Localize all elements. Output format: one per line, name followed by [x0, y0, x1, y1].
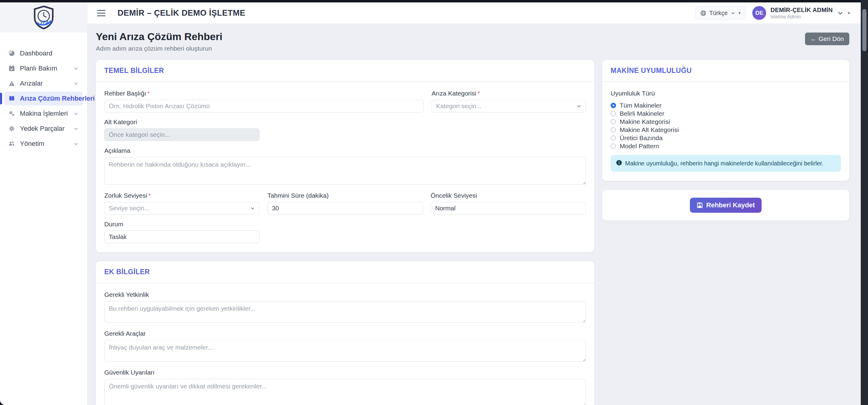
chevron-down-icon — [731, 10, 735, 15]
page-title-block: Yeni Arıza Çözüm Rehberi Adım adım arıza… — [96, 31, 222, 52]
user-avatar: DE — [752, 6, 766, 20]
tools-group: Gerekli Araçlar — [104, 330, 586, 363]
main-column: DEMİR – ÇELİK DEMO İŞLETME Türkçe ▾ DE D… — [87, 2, 861, 405]
machine-compatibility-card: MAKİNE UYUMLULUĞU Uyumluluk Türü Tüm Mak… — [602, 60, 849, 181]
sidebar-menu: Dashboard Planlı Bakım Arızalar — [0, 33, 87, 152]
description-group: Açıklama — [104, 147, 586, 186]
sidebar-item-yonetim[interactable]: Yönetim — [4, 137, 83, 151]
radio-by-manufacturer[interactable]: Üretici Bazında — [611, 134, 841, 142]
radio-model-pattern[interactable]: Model Pattern — [611, 142, 841, 150]
app-logo-shield-clock-icon: 7/24 — [32, 5, 55, 30]
description-textarea[interactable] — [104, 157, 586, 185]
radio-machine-category[interactable]: Makine Kategorisi — [611, 118, 841, 126]
sidebar-item-label: Yönetim — [20, 140, 73, 148]
page-scrollbar[interactable] — [861, 0, 868, 405]
tools-label: Gerekli Araçlar — [104, 330, 586, 337]
difficulty-group: Zorluk Seviyesi* Seviye seçin... — [104, 192, 259, 215]
tools-textarea[interactable] — [104, 340, 586, 362]
sidebar-item-makina-islemleri[interactable]: Makina İşlemleri — [4, 107, 83, 121]
competency-group: Gerekli Yetkinlik — [104, 291, 586, 324]
fault-category-select[interactable]: Kategori seçin... — [432, 100, 586, 113]
sidebar-item-label: Makina İşlemleri — [20, 110, 73, 118]
hamburger-menu-icon[interactable] — [97, 10, 105, 16]
gears-icon — [8, 110, 15, 117]
radio-icon — [611, 103, 616, 108]
duration-group: Tahmini Süre (dakika) — [267, 192, 423, 215]
safety-group: Güvenlik Uyarıları — [104, 369, 586, 405]
page-title: Yeni Arıza Çözüm Rehberi — [96, 31, 222, 42]
priority-label: Öncelik Seviyesi — [431, 192, 586, 199]
language-selector[interactable]: Türkçe ▾ — [695, 6, 746, 20]
sidebar-item-yedek-parcalar[interactable]: Yedek Parçalar — [4, 122, 83, 135]
globe-icon — [701, 10, 706, 16]
chevron-down-icon — [73, 141, 79, 147]
extra-info-card: EK BİLGİLER Gerekli Yetkinlik Gerekli Ar… — [96, 261, 594, 405]
save-floppy-icon — [696, 202, 703, 209]
description-label: Açıklama — [104, 147, 586, 154]
back-button[interactable]: ← Geri Dön — [805, 33, 849, 45]
chevron-down-icon — [577, 104, 581, 108]
machine-compatibility-body: Uyumluluk Türü Tüm Makineler Belirli Mak… — [602, 82, 849, 181]
section-title: EK BİLGİLER — [104, 268, 150, 276]
competency-textarea[interactable] — [104, 301, 586, 323]
sidebar-item-ariza-cozum-rehberleri[interactable]: Arıza Çözüm Rehberleri — [4, 92, 83, 105]
page-content: Yeni Arıza Çözüm Rehberi Adım adım arıza… — [87, 24, 861, 405]
user-name: DEMİR-ÇELİK ADMİN — [770, 7, 833, 13]
chevron-down-icon — [837, 10, 844, 16]
difficulty-label: Zorluk Seviyesi* — [104, 192, 259, 199]
scrollbar-thumb[interactable] — [862, 9, 867, 51]
guide-title-group: Rehber Başlığı* — [104, 90, 424, 113]
users-icon — [8, 141, 15, 147]
radio-icon — [611, 119, 616, 124]
difficulty-select[interactable]: Seviye seçin... — [104, 202, 259, 215]
radio-all-machines[interactable]: Tüm Makineler — [611, 101, 841, 110]
duration-input[interactable] — [267, 202, 423, 215]
competency-label: Gerekli Yetkinlik — [104, 291, 586, 298]
priority-input[interactable] — [431, 202, 586, 215]
user-info: DEMİR-ÇELİK ADMİN Isletme Admin — [770, 7, 833, 20]
section-title: MAKİNE UYUMLULUĞU — [611, 67, 692, 75]
sidebar-item-label: Dashboard — [20, 50, 79, 57]
sidebar-item-label: Planlı Bakım — [20, 64, 73, 72]
sidebar-item-label: Arıza Çözüm Rehberleri — [20, 95, 95, 102]
radio-icon — [611, 135, 616, 141]
status-input[interactable] — [104, 230, 259, 243]
logo-block: 7/24 — [0, 2, 87, 33]
user-role: Isletme Admin — [770, 14, 833, 20]
subcategory-label: Alt Kategori — [104, 118, 259, 126]
radio-machine-subcategory[interactable]: Makine Alt Kategorisi — [611, 126, 841, 134]
chevron-down-icon — [73, 66, 79, 71]
radio-icon — [611, 127, 616, 133]
company-title: DEMİR – ÇELİK DEMO İŞLETME — [118, 8, 245, 18]
page-subtitle: Adım adım arıza çözüm rehberi oluşturun — [96, 45, 222, 52]
priority-group: Öncelik Seviyesi — [431, 192, 586, 215]
user-menu[interactable]: DE DEMİR-ÇELİK ADMİN Isletme Admin ▾ — [752, 6, 850, 20]
fault-category-label: Arıza Kategorisi* — [432, 90, 586, 97]
chevron-down-icon — [73, 126, 79, 131]
sidebar-item-arizalar[interactable]: Arızalar — [4, 76, 83, 90]
sidebar-item-planli-bakim[interactable]: Planlı Bakım — [4, 61, 83, 75]
chevron-down-icon — [73, 111, 79, 116]
status-label: Durum — [104, 221, 259, 228]
topbar-right: Türkçe ▾ DE DEMİR-ÇELİK ADMİN Isletme Ad… — [695, 6, 850, 20]
required-mark: * — [147, 90, 150, 97]
section-title: TEMEL BİLGİLER — [104, 67, 164, 75]
subcategory-group: Alt Kategori Önce kategori seçin... — [104, 118, 259, 141]
chevron-down-icon — [250, 206, 255, 211]
language-label: Türkçe — [709, 10, 727, 17]
sidebar-item-dashboard[interactable]: Dashboard — [4, 46, 83, 60]
save-card: Rehberi Kaydet — [602, 190, 849, 221]
guide-title-input[interactable] — [104, 100, 424, 113]
radio-icon — [611, 111, 616, 116]
sidebar-item-label: Arızalar — [20, 80, 73, 87]
info-icon — [616, 160, 622, 166]
subcategory-select-disabled: Önce kategori seçin... — [104, 128, 259, 141]
guide-title-label: Rehber Başlığı* — [104, 90, 424, 97]
safety-textarea[interactable] — [104, 379, 586, 405]
book-icon — [8, 95, 15, 102]
save-guide-button[interactable]: Rehberi Kaydet — [690, 198, 761, 213]
svg-text:7/24: 7/24 — [39, 20, 51, 26]
required-mark: * — [148, 192, 151, 199]
page-header: Yeni Arıza Çözüm Rehberi Adım adım arıza… — [96, 31, 849, 52]
radio-specific-machines[interactable]: Belirli Makineler — [611, 110, 841, 118]
